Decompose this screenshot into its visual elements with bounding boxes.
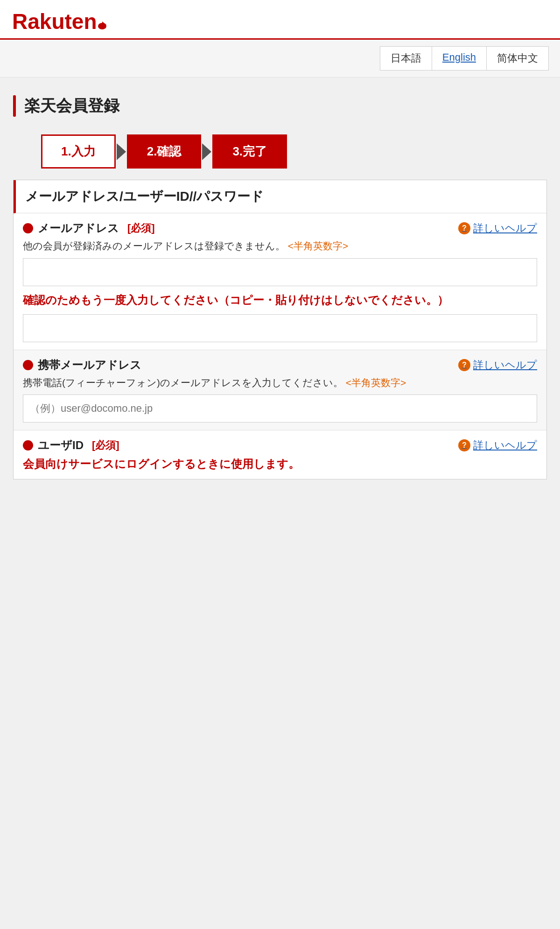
step-arrow-2 [202, 143, 211, 160]
email-desc: 他の会員が登録済みのメールアドレスは登録できません。 <半角英数字> [23, 239, 537, 253]
user-id-help-link[interactable]: ? 詳しいヘルプ [458, 438, 537, 452]
main-content: 楽天会員登録 1.入力 2.確認 3.完了 メールアドレス/ユーザーID//パス… [0, 77, 560, 489]
email-help-icon: ? [458, 222, 470, 234]
mobile-email-label: 携帯メールアドレス [38, 358, 141, 373]
email-label-row: メールアドレス [必須] ? 詳しいヘルプ [23, 221, 537, 236]
section-box: メールアドレス/ユーザーID//パスワード メールアドレス [必須] ? 詳しい… [13, 180, 547, 479]
page-title-box: 楽天会員登録 [13, 87, 547, 125]
mobile-email-input[interactable] [23, 394, 537, 422]
email-required-badge: [必須] [127, 221, 155, 235]
mobile-email-desc-plain: 携帯電話(フィーチャーフォン)のメールアドレスを入力してください。 [23, 377, 343, 388]
email-confirm-input[interactable] [23, 314, 537, 342]
user-id-bottom-text: 会員向けサービスにログインするときに使用します。 [23, 457, 537, 472]
lang-english-button[interactable]: English [432, 46, 486, 70]
mobile-email-help-icon: ? [458, 359, 470, 371]
user-id-help-text: 詳しいヘルプ [473, 438, 537, 452]
mobile-email-field-row: 携帯メールアドレス ? 詳しいヘルプ 携帯電話(フィーチャーフォン)のメールアド… [14, 350, 546, 431]
user-id-help-icon: ? [458, 439, 470, 451]
section-header: メールアドレス/ユーザーID//パスワード [14, 180, 546, 213]
mobile-email-desc-link[interactable]: <半角英数字> [346, 377, 406, 388]
user-id-field-row: ユーザID [必須] ? 詳しいヘルプ 会員向けサービスにログインするときに使用… [14, 430, 546, 479]
email-help-text: 詳しいヘルプ [473, 221, 537, 235]
step-3-button[interactable]: 3.完了 [212, 134, 287, 169]
mobile-email-help-link[interactable]: ? 詳しいヘルプ [458, 358, 537, 372]
step-2-button[interactable]: 2.確認 [127, 134, 202, 169]
email-desc-link[interactable]: <半角英数字> [288, 240, 349, 251]
email-help-link[interactable]: ? 詳しいヘルプ [458, 221, 537, 235]
page-title: 楽天会員登録 [24, 95, 119, 117]
email-label-left: メールアドレス [必須] [23, 221, 155, 236]
user-id-label: ユーザID [38, 438, 84, 453]
header: Rakuten [0, 0, 560, 40]
email-label: メールアドレス [38, 221, 119, 236]
rakuten-logo: Rakuten [11, 8, 114, 33]
mobile-email-dot [23, 360, 33, 370]
mobile-email-label-left: 携帯メールアドレス [23, 358, 141, 373]
language-bar: 日本語 English 简体中文 [0, 40, 560, 77]
email-desc-plain: 他の会員が登録済みのメールアドレスは登録できません。 [23, 240, 285, 251]
step-arrow-1 [117, 143, 126, 160]
email-required-dot [23, 223, 33, 233]
logo-area: Rakuten [11, 8, 549, 33]
mobile-email-label-row: 携帯メールアドレス ? 詳しいヘルプ [23, 358, 537, 373]
email-field-row: メールアドレス [必須] ? 詳しいヘルプ 他の会員が登録済みのメールアドレスは… [14, 213, 546, 350]
step-1-button[interactable]: 1.入力 [41, 134, 116, 169]
mobile-email-desc: 携帯電話(フィーチャーフォン)のメールアドレスを入力してください。 <半角英数字… [23, 375, 537, 390]
user-id-required-badge: [必須] [92, 438, 119, 452]
lang-japanese-button[interactable]: 日本語 [380, 46, 432, 70]
email-confirm-notice: 確認のためもう一度入力してください（コピー・貼り付けはしないでください。） [23, 292, 537, 309]
mobile-email-help-text: 詳しいヘルプ [473, 358, 537, 372]
email-input[interactable] [23, 258, 537, 286]
svg-text:Rakuten: Rakuten [12, 9, 97, 33]
title-accent-bar [13, 95, 16, 117]
user-id-dot [23, 440, 33, 450]
lang-chinese-button[interactable]: 简体中文 [486, 46, 549, 70]
user-id-label-row: ユーザID [必須] ? 詳しいヘルプ [23, 438, 537, 453]
user-id-label-left: ユーザID [必須] [23, 438, 119, 453]
section-title: メールアドレス/ユーザーID//パスワード [25, 189, 264, 204]
steps-container: 1.入力 2.確認 3.完了 [41, 134, 547, 169]
